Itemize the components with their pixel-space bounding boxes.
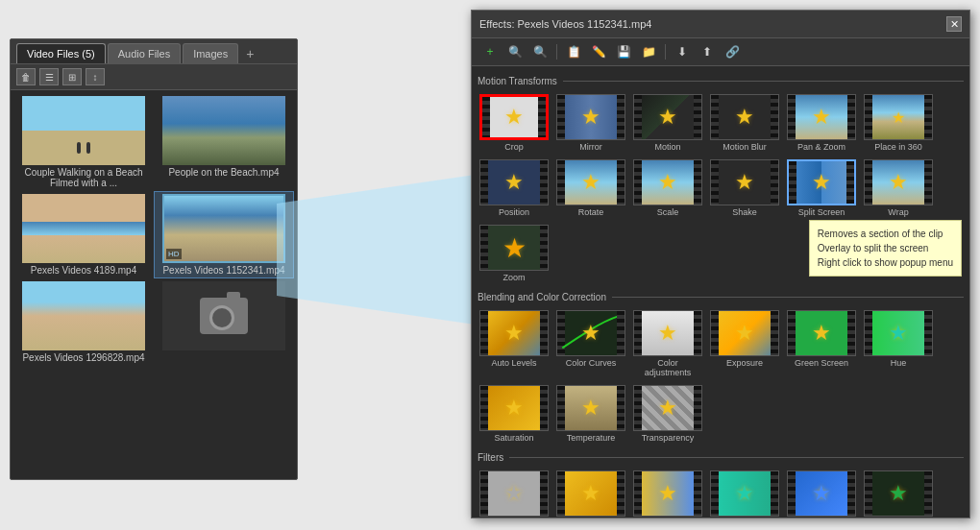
file-label-pexels-4189: Pexels Videos 4189.mp4 [31,265,136,276]
light-beam [277,173,488,326]
effect-thumb-motion: ★ [633,94,702,140]
effect-thumb-filter3: ★ [633,470,702,517]
list-view-button[interactable]: ☰ [39,68,59,85]
file-label-couple-beach: Couple Walking on a Beach Filmed with a … [22,167,145,188]
folder-button[interactable]: 📁 [638,42,659,61]
file-item-pexels-4189[interactable]: Pexels Videos 4189.mp4 [14,192,153,277]
effect-label-wrap: Wrap [888,207,908,217]
effect-mirror[interactable]: ★ Mirror [554,92,627,154]
star-position: ★ [504,170,524,195]
star-filter5: ★ [812,481,831,506]
effect-hue[interactable]: ★ Hue [862,308,935,379]
effect-thumb-saturation: ★ [479,385,549,431]
effect-thumb-filter5: ★ [787,470,856,517]
effect-transparency[interactable]: ★ Transparency [631,383,704,445]
dialog-titlebar: Effects: Pexels Videos 1152341.mp4 ✕ [472,11,969,38]
tab-audio-files[interactable]: Audio Files [108,43,181,63]
effect-split-screen[interactable]: ★ Split Screen [785,157,858,219]
effect-green-screen[interactable]: ★ Green Screen [785,308,858,379]
edit-button[interactable]: ✏️ [588,42,609,61]
file-thumb-pexels-1296 [22,281,145,350]
effect-filter4[interactable]: ★ [708,469,781,518]
effect-pan-zoom[interactable]: ★ Pan & Zoom [785,92,858,154]
effect-thumb-filter6: ★ [864,470,933,517]
file-label-pexels-1152: Pexels Videos 1152341.mp4 [162,265,284,276]
zoom-in-button[interactable]: 🔍 [529,42,551,61]
star-split-screen: ★ [812,170,831,195]
effect-filter1[interactable]: ★ [478,469,551,518]
grid-view-button[interactable]: ⊞ [62,68,82,85]
effect-label-mirror: Mirror [579,142,602,152]
tooltip-box: Removes a section of the clip Overlay to… [809,220,962,277]
effect-filter2[interactable]: ★ [554,469,627,518]
effect-exposure[interactable]: ★ Exposure [708,308,781,379]
star-wrap: ★ [889,170,908,195]
file-item-camera[interactable] [155,279,293,365]
effect-thumb-filter1: ★ [479,470,549,517]
effect-label-pan-zoom: Pan & Zoom [797,142,845,152]
effect-zoom[interactable]: ★ Zoom [478,223,551,284]
effect-crop[interactable]: ★ Crop [478,92,551,154]
star-zoom: ★ [502,232,527,264]
effect-label-temperature: Temperature [567,433,616,443]
effect-thumb-auto-levels: ★ [479,310,549,356]
file-label-pexels-1296: Pexels Videos 1296828.mp4 [22,352,144,363]
add-tab-button[interactable]: + [240,44,259,63]
file-thumb-people-beach [162,96,285,165]
effect-label-color-curves: Color Curves [566,358,617,368]
effect-saturation[interactable]: ★ Saturation [478,383,551,445]
tab-images[interactable]: Images [183,43,238,63]
effect-label-scale: Scale [657,207,679,217]
effect-color-curves[interactable]: ★ Color Curves [554,308,627,379]
effect-thumb-green-screen: ★ [787,310,856,356]
file-thumb-pexels-1152: HD [162,194,285,263]
effect-wrap[interactable]: ★ Wrap [862,157,935,219]
star-color-curves: ★ [581,321,600,346]
star-green-screen: ★ [812,321,831,346]
effect-thumb-rotate: ★ [556,159,625,205]
section-filters: Filters [478,452,964,463]
star-filter6: ★ [889,481,908,506]
file-item-people-beach[interactable]: People on the Beach.mp4 [155,94,293,190]
effect-auto-levels[interactable]: ★ Auto Levels [478,308,551,379]
effect-thumb-transparency: ★ [633,385,702,431]
tab-video-files[interactable]: Video Files (5) [16,43,106,63]
effect-position[interactable]: ★ Position [478,157,551,219]
delete-button[interactable]: 🗑 [16,68,36,85]
dialog-toolbar: + 🔍 🔍 📋 ✏️ 💾 📁 ⬇ ⬆ 🔗 [472,38,969,66]
effect-color-adj[interactable]: ★ Color adjustments [631,308,704,379]
effect-label-motion-blur: Motion Blur [723,142,767,152]
star-transparency: ★ [658,396,677,421]
effect-motion-blur[interactable]: ★ Motion Blur [708,92,781,154]
effect-temperature[interactable]: ★ Temperature [554,383,627,445]
blending-color-grid: ★ Auto Levels ★ Color Curves ★ C [478,308,964,445]
star-filter3: ★ [658,481,677,506]
effect-rotate[interactable]: ★ Rotate [554,157,627,219]
effect-filter3[interactable]: ★ [631,469,704,518]
effect-filter5[interactable]: ★ [785,469,858,518]
search-button[interactable]: 🔍 [504,42,526,61]
move-down-button[interactable]: ⬇ [672,42,693,61]
add-effect-button[interactable]: + [479,42,501,61]
effect-scale[interactable]: ★ Scale [631,157,704,219]
effect-thumb-position: ★ [479,159,549,205]
star-crop: ★ [504,105,524,130]
file-item-pexels-1152[interactable]: HD Pexels Videos 1152341.mp4 [155,192,293,277]
effect-shake[interactable]: ★ Shake [708,157,781,219]
star-shake: ★ [735,170,754,195]
effect-thumb-motion-blur: ★ [710,94,779,140]
star-motion-blur: ★ [735,105,754,130]
link-button[interactable]: 🔗 [722,42,743,61]
file-item-pexels-1296[interactable]: Pexels Videos 1296828.mp4 [14,279,153,365]
effect-place-360[interactable]: ★ Place in 360 [862,92,935,154]
effect-thumb-filter4: ★ [710,470,779,517]
move-up-button[interactable]: ⬆ [697,42,718,61]
sort-button[interactable]: ↕ [86,68,105,85]
effect-motion[interactable]: ★ Motion [631,92,704,154]
effect-label-shake: Shake [732,207,757,217]
dialog-close-button[interactable]: ✕ [946,16,962,32]
copy-button[interactable]: 📋 [563,42,584,61]
save-button[interactable]: 💾 [613,42,634,61]
effect-filter6[interactable]: ★ [862,469,935,518]
file-item-couple-beach[interactable]: Couple Walking on a Beach Filmed with a … [14,94,153,190]
